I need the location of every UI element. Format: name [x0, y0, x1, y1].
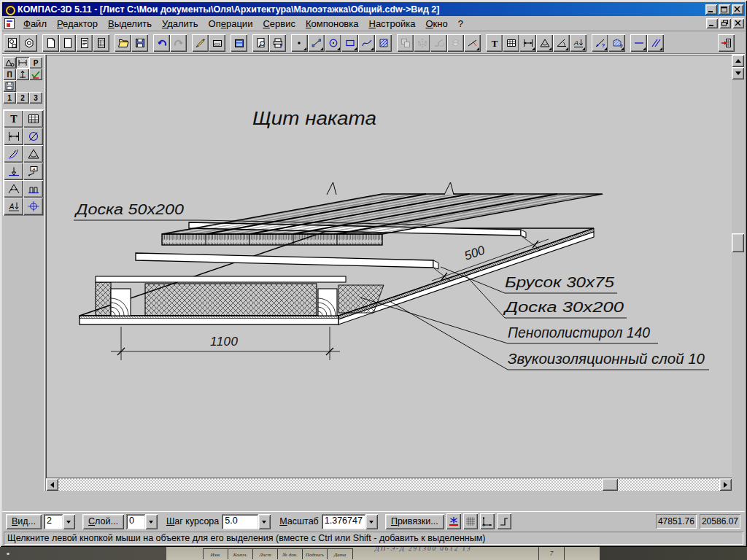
new-fragment-button[interactable]	[20, 34, 37, 52]
axis-line-button[interactable]	[630, 34, 647, 52]
menu-select[interactable]: Выделить	[103, 17, 157, 31]
view-button[interactable]: Вид...	[6, 514, 42, 529]
measure-distance-button[interactable]: ?	[592, 34, 608, 52]
menu-file[interactable]: Файл	[18, 17, 52, 31]
curve-tool-button[interactable]	[358, 34, 375, 52]
page-button[interactable]: 2	[16, 92, 29, 104]
menu-layout[interactable]: Компоновка	[301, 17, 364, 31]
undo-button[interactable]	[153, 34, 170, 52]
geometry-panel-button[interactable]	[3, 57, 16, 69]
scale-select[interactable]: 1.376747	[322, 514, 378, 529]
menu-help[interactable]: ?	[453, 17, 468, 31]
parallel-line-button[interactable]	[647, 34, 664, 52]
horizontal-scrollbar[interactable]	[46, 478, 732, 491]
layer-dropdown-button[interactable]	[145, 514, 158, 529]
vertical-scroll-thumb[interactable]	[732, 233, 744, 252]
rectangle-tool-button[interactable]	[341, 34, 358, 52]
window-view-button[interactable]	[231, 34, 247, 52]
local-cs-button[interactable]	[480, 513, 495, 529]
mirror-button[interactable]	[414, 34, 430, 52]
chamfer-dimension-tool-button[interactable]	[4, 180, 23, 198]
chamfer-dimension-button[interactable]	[553, 34, 570, 52]
linear-dimension-tool-button[interactable]	[4, 128, 23, 145]
text-align-tool-button[interactable]: А	[4, 198, 23, 215]
copy-button[interactable]	[397, 34, 414, 52]
redo-button[interactable]	[170, 34, 187, 52]
snaps-button[interactable]: Привязки...	[385, 514, 444, 529]
page-button[interactable]: 3	[29, 92, 42, 104]
exit-button[interactable]	[718, 34, 735, 52]
menu-window[interactable]: Окно	[420, 17, 452, 31]
view-select[interactable]: 2	[44, 514, 75, 529]
print-preview-button[interactable]	[252, 34, 269, 52]
measure-area-button[interactable]: ?	[608, 34, 625, 52]
text-button[interactable]: Т	[486, 34, 503, 52]
selection-panel-button[interactable]	[29, 69, 42, 80]
mdi-close-button[interactable]	[732, 18, 744, 28]
save-button[interactable]	[131, 34, 148, 52]
segment-tool-button[interactable]	[308, 34, 325, 52]
datum-tool-button[interactable]	[4, 163, 23, 180]
new-text-document-button[interactable]	[76, 34, 93, 52]
horizontal-scroll-thumb[interactable]	[602, 478, 618, 491]
grid-toggle-button[interactable]	[463, 513, 478, 529]
hatch-tool-button[interactable]	[375, 34, 392, 52]
menu-operations[interactable]: Операции	[204, 17, 258, 31]
cursor-step-select[interactable]: 5.0	[222, 514, 271, 529]
scroll-up-button[interactable]	[732, 55, 744, 67]
scroll-right-button[interactable]	[719, 478, 732, 491]
horizontal-scroll-track[interactable]	[58, 478, 719, 491]
view-dropdown-button[interactable]	[63, 514, 75, 529]
linear-dimension-button[interactable]	[519, 34, 536, 52]
point-tool-button[interactable]	[291, 34, 308, 52]
angular-dimension-button[interactable]	[536, 34, 553, 52]
minimize-button[interactable]	[705, 4, 717, 15]
license-sign-button[interactable]	[192, 34, 209, 52]
table-button[interactable]	[503, 34, 519, 52]
array-button[interactable]	[447, 34, 464, 52]
mdi-minimize-button[interactable]	[706, 18, 718, 28]
maximize-button[interactable]	[719, 4, 730, 15]
scroll-left-button[interactable]	[46, 478, 58, 491]
print-button[interactable]: ?	[269, 34, 286, 52]
text-tool-button[interactable]: Т	[4, 110, 23, 128]
ortho-toggle-button[interactable]	[497, 513, 511, 529]
height-dimension-tool-button[interactable]	[23, 180, 43, 198]
page-button[interactable]: 1	[3, 92, 16, 104]
dimensions-panel-button[interactable]	[16, 57, 29, 69]
measure-panel-button[interactable]	[16, 69, 29, 80]
trim-button[interactable]	[464, 34, 481, 52]
radial-dimension-tool-button[interactable]	[4, 145, 23, 163]
properties-card-button[interactable]	[209, 34, 225, 52]
drawing-canvas[interactable]: 1100 500	[46, 55, 732, 478]
menu-service[interactable]: Сервис	[258, 17, 301, 31]
new-document-button[interactable]	[42, 34, 59, 52]
close-button[interactable]	[732, 4, 743, 15]
parametrics-panel-button[interactable]: П	[3, 69, 16, 80]
open-button[interactable]	[115, 34, 131, 52]
menu-delete[interactable]: Удалить	[157, 17, 204, 31]
new-sheet-button[interactable]	[4, 34, 20, 52]
layer-select[interactable]: 0	[126, 514, 158, 529]
scroll-down-button[interactable]	[732, 67, 744, 79]
aligned-dimension-button[interactable]: А	[570, 34, 587, 52]
app-icon[interactable]	[4, 4, 15, 15]
move-button[interactable]	[430, 34, 447, 52]
circle-tool-button[interactable]	[325, 34, 341, 52]
editing-panel-button[interactable]: Р	[29, 57, 42, 69]
new-spec-document-button[interactable]	[93, 34, 109, 52]
layer-button[interactable]: Слой...	[82, 514, 124, 529]
position-leader-tool-button[interactable]: А	[23, 163, 43, 180]
center-marker-tool-button[interactable]	[23, 198, 43, 215]
menu-settings[interactable]: Настройка	[363, 17, 420, 31]
diameter-dimension-tool-button[interactable]	[23, 128, 43, 145]
snap-toggle-button[interactable]	[446, 513, 461, 529]
document-icon[interactable]	[4, 18, 15, 29]
save-view-button[interactable]	[3, 80, 16, 92]
angular-dimension-tool-button[interactable]	[23, 145, 43, 163]
mdi-restore-button[interactable]	[719, 18, 731, 28]
cursor-step-dropdown-button[interactable]	[258, 514, 271, 529]
vertical-scrollbar[interactable]	[732, 55, 744, 79]
menu-editor[interactable]: Редактор	[52, 17, 103, 31]
new-blank-document-button[interactable]	[59, 34, 76, 52]
